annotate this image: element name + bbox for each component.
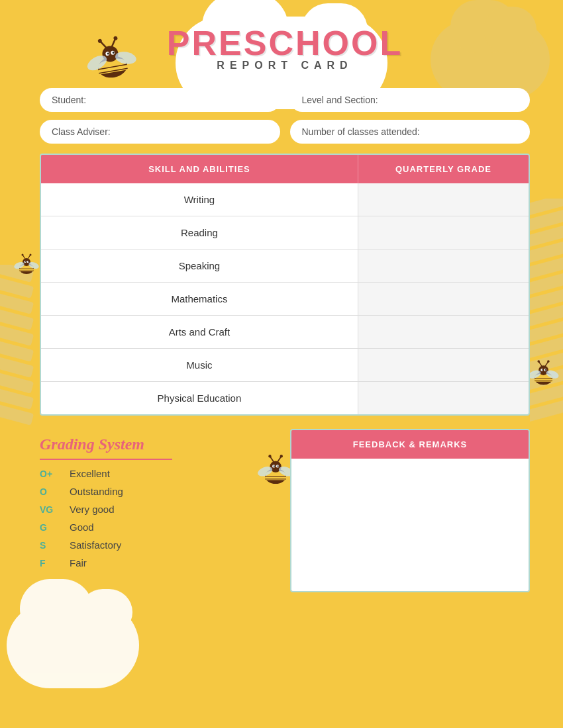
subject-cell: Reading xyxy=(41,216,358,250)
table-row: Speaking xyxy=(41,250,529,283)
col-skills-header: SKILL AND ABILITIES xyxy=(41,155,358,183)
subject-cell: Physical Education xyxy=(41,382,358,415)
adviser-field[interactable]: Class Adviser: xyxy=(40,120,280,144)
grade-table-container: SKILL AND ABILITIES QUARTERLY GRADE Writ… xyxy=(40,154,530,416)
table-row: Arts and Craft xyxy=(41,316,529,349)
grade-code: O xyxy=(40,486,60,497)
page-title: PRESCHOOL xyxy=(40,23,530,63)
grading-item: S Satisfactory xyxy=(40,539,277,551)
subject-cell: Music xyxy=(41,349,358,382)
table-row: Writing xyxy=(41,183,529,216)
grading-item: O Outstanding xyxy=(40,486,277,497)
grading-item: O+ Excellent xyxy=(40,468,277,479)
student-field[interactable]: Student: xyxy=(40,88,280,112)
grade-cell[interactable] xyxy=(358,216,529,250)
grade-cell[interactable] xyxy=(358,183,529,216)
grade-cell[interactable] xyxy=(358,349,529,382)
form-row-2: Class Adviser: Number of classes attende… xyxy=(40,120,530,144)
grade-table: SKILL AND ABILITIES QUARTERLY GRADE Writ… xyxy=(41,155,529,414)
table-row: Music xyxy=(41,349,529,382)
grade-code: S xyxy=(40,540,60,551)
grade-label: Very good xyxy=(70,504,115,515)
grading-item: G Good xyxy=(40,522,277,533)
subject-cell: Mathematics xyxy=(41,283,358,316)
grade-cell[interactable] xyxy=(358,250,529,283)
grade-code: G xyxy=(40,522,60,533)
grading-item: F Fair xyxy=(40,557,277,569)
grade-label: Satisfactory xyxy=(70,539,121,551)
bottom-section: Grading System O+ Excellent O Outstandin… xyxy=(40,429,530,592)
col-grade-header: QUARTERLY GRADE xyxy=(358,155,529,183)
table-row: Physical Education xyxy=(41,382,529,415)
grade-code: VG xyxy=(40,504,60,515)
page-subtitle: REPORT CARD xyxy=(40,60,530,71)
subject-cell: Writing xyxy=(41,183,358,216)
subject-cell: Speaking xyxy=(41,250,358,283)
grade-table-body: Writing Reading Speaking Mathematics Art… xyxy=(41,183,529,414)
feedback-header: FEEDBACK & REMARKS xyxy=(291,430,529,459)
header: PRESCHOOL REPORT CARD xyxy=(40,13,530,71)
grading-system: Grading System O+ Excellent O Outstandin… xyxy=(40,429,277,592)
table-row: Mathematics xyxy=(41,283,529,316)
feedback-body[interactable] xyxy=(291,459,529,591)
grade-label: Excellent xyxy=(70,468,110,479)
grading-item: VG Very good xyxy=(40,504,277,515)
form-row-1: Student: Level and Section: xyxy=(40,88,530,112)
table-header-row: SKILL AND ABILITIES QUARTERLY GRADE xyxy=(41,155,529,183)
grading-items-list: O+ Excellent O Outstanding VG Very good … xyxy=(40,468,277,569)
grade-code: F xyxy=(40,558,60,569)
form-section: Student: Level and Section: Class Advise… xyxy=(40,88,530,144)
grade-label: Good xyxy=(70,522,94,533)
feedback-container: FEEDBACK & REMARKS xyxy=(290,429,530,592)
table-row: Reading xyxy=(41,216,529,250)
subject-cell: Arts and Craft xyxy=(41,316,358,349)
grade-label: Fair xyxy=(70,557,87,569)
grade-code: O+ xyxy=(40,469,60,479)
classes-field[interactable]: Number of classes attended: xyxy=(290,120,531,144)
grade-cell[interactable] xyxy=(358,316,529,349)
grading-title: Grading System xyxy=(40,435,277,453)
level-field[interactable]: Level and Section: xyxy=(290,88,531,112)
bg-cloud-bottom-left xyxy=(7,602,139,688)
grading-divider xyxy=(40,459,172,460)
grade-label: Outstanding xyxy=(70,486,123,497)
grade-cell[interactable] xyxy=(358,382,529,415)
grade-cell[interactable] xyxy=(358,283,529,316)
